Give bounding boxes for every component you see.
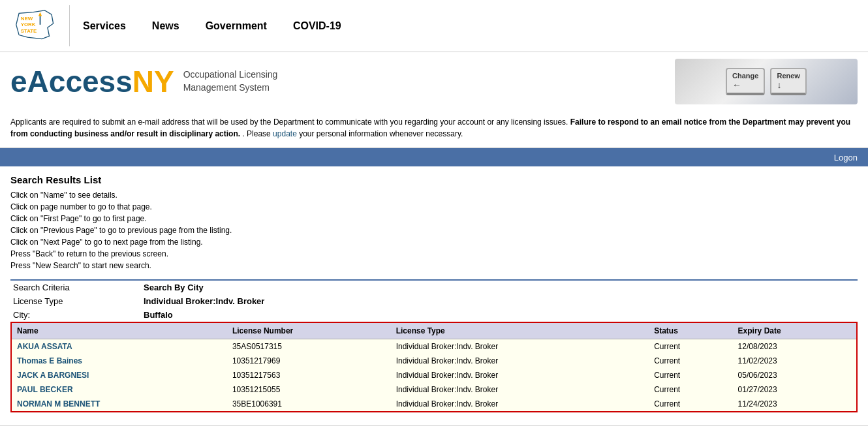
logon-link[interactable]: Logon	[834, 153, 858, 162]
criteria-row-1: Search Criteria Search By City	[10, 281, 858, 294]
result-license-number: 10351215055	[227, 382, 391, 397]
criteria-table: Search Criteria Search By City License T…	[10, 281, 858, 322]
main-nav: Services News Government COVID-19	[83, 20, 341, 32]
result-expiry: 05/06/2023	[733, 368, 857, 382]
criteria-label-2: License Type	[10, 294, 141, 308]
main-content: Search Results List Click on "Name" to s…	[0, 166, 868, 420]
result-expiry: 01/27/2023	[733, 382, 857, 397]
svg-text:YORK: YORK	[21, 22, 36, 27]
result-expiry: 11/24/2023	[733, 397, 857, 412]
change-key: Change←	[726, 68, 765, 95]
result-license-type: Individual Broker:Indv. Broker	[391, 382, 649, 397]
results-table: Name License Number License Type Status …	[10, 322, 858, 412]
result-license-type: Individual Broker:Indv. Broker	[391, 397, 649, 412]
table-row: NORMAN M BENNETT35BE1006391Individual Br…	[11, 397, 857, 412]
result-license-number: 35AS0517315	[227, 339, 391, 354]
result-name-link[interactable]: PAUL BECKER	[17, 385, 73, 394]
nav-covid[interactable]: COVID-19	[293, 20, 341, 32]
eaccess-text: eAccess	[10, 64, 132, 99]
criteria-label-1: Search Criteria	[10, 281, 141, 294]
result-status: Current	[649, 382, 732, 397]
nav-government[interactable]: Government	[206, 20, 267, 32]
keyboard-keys: Change← Renew↓	[726, 68, 807, 95]
col-expiry: Expiry Date	[733, 322, 857, 339]
result-name-link[interactable]: JACK A BARGNESI	[17, 371, 89, 380]
table-row: JACK A BARGNESI10351217563Individual Bro…	[11, 368, 857, 382]
result-status: Current	[649, 397, 732, 412]
criteria-row-3: City: Buffalo	[10, 308, 858, 322]
pagination-area: 1 2 3 4 5 6 7 8 9 10 First Page Previous…	[0, 425, 868, 432]
criteria-label-3: City:	[10, 308, 141, 322]
criteria-value-3: Buffalo	[141, 308, 858, 322]
col-license-number: License Number	[227, 322, 391, 339]
result-expiry: 12/08/2023	[733, 339, 857, 354]
col-license-type: License Type	[391, 322, 649, 339]
result-license-number: 35BE1006391	[227, 397, 391, 412]
top-header: NEW YORK STATE Services News Government …	[0, 0, 868, 52]
result-expiry: 11/02/2023	[733, 354, 857, 368]
ny-state-logo: NEW YORK STATE	[10, 7, 56, 46]
eaccess-brand: eAccessNY	[10, 64, 174, 99]
instructions: Click on "Name" to see details. Click on…	[10, 191, 858, 270]
table-row: Thomas E Baines10351217969Individual Bro…	[11, 354, 857, 368]
result-license-number: 10351217969	[227, 354, 391, 368]
col-status: Status	[649, 322, 732, 339]
table-row: AKUA ASSATA35AS0517315Individual Broker:…	[11, 339, 857, 354]
result-name-link[interactable]: NORMAN M BENNETT	[17, 399, 100, 409]
result-name-link[interactable]: AKUA ASSATA	[17, 342, 72, 351]
banner: eAccessNY Occupational Licensing Managem…	[0, 52, 868, 111]
result-license-type: Individual Broker:Indv. Broker	[391, 368, 649, 382]
search-results-title: Search Results List	[10, 174, 858, 185]
svg-text:NEW: NEW	[21, 15, 33, 21]
notice-section: Applicants are required to submit an e-m…	[0, 111, 868, 148]
result-status: Current	[649, 354, 732, 368]
eaccess-ny-text: NY	[132, 64, 174, 99]
notice-text: Applicants are required to submit an e-m…	[10, 116, 858, 140]
criteria-value-1: Search By City	[141, 281, 858, 294]
criteria-section: Search Criteria Search By City License T…	[10, 279, 858, 322]
result-name-link[interactable]: Thomas E Baines	[17, 356, 82, 365]
results-table-header: Name License Number License Type Status …	[11, 322, 857, 339]
nav-news[interactable]: News	[152, 20, 179, 32]
result-status: Current	[649, 339, 732, 354]
banner-logo: eAccessNY Occupational Licensing Managem…	[10, 64, 277, 99]
table-row: PAUL BECKER10351215055Individual Broker:…	[11, 382, 857, 397]
eaccess-subtitle: Occupational Licensing Management System	[183, 69, 278, 94]
banner-keyboard-image: Change← Renew↓	[675, 59, 858, 104]
col-name: Name	[11, 322, 227, 339]
logo-area: NEW YORK STATE	[10, 5, 70, 46]
criteria-value-2: Individual Broker:Indv. Broker	[141, 294, 858, 308]
criteria-row-2: License Type Individual Broker:Indv. Bro…	[10, 294, 858, 308]
result-status: Current	[649, 368, 732, 382]
svg-marker-5	[39, 12, 42, 16]
result-license-number: 10351217563	[227, 368, 391, 382]
result-license-type: Individual Broker:Indv. Broker	[391, 354, 649, 368]
blue-bar: Logon	[0, 148, 868, 166]
svg-text:STATE: STATE	[21, 28, 37, 34]
results-tbody: AKUA ASSATA35AS0517315Individual Broker:…	[11, 339, 857, 412]
renew-key: Renew↓	[770, 68, 806, 95]
update-info-link[interactable]: update	[273, 129, 297, 138]
nav-services[interactable]: Services	[83, 20, 126, 32]
result-license-type: Individual Broker:Indv. Broker	[391, 339, 649, 354]
